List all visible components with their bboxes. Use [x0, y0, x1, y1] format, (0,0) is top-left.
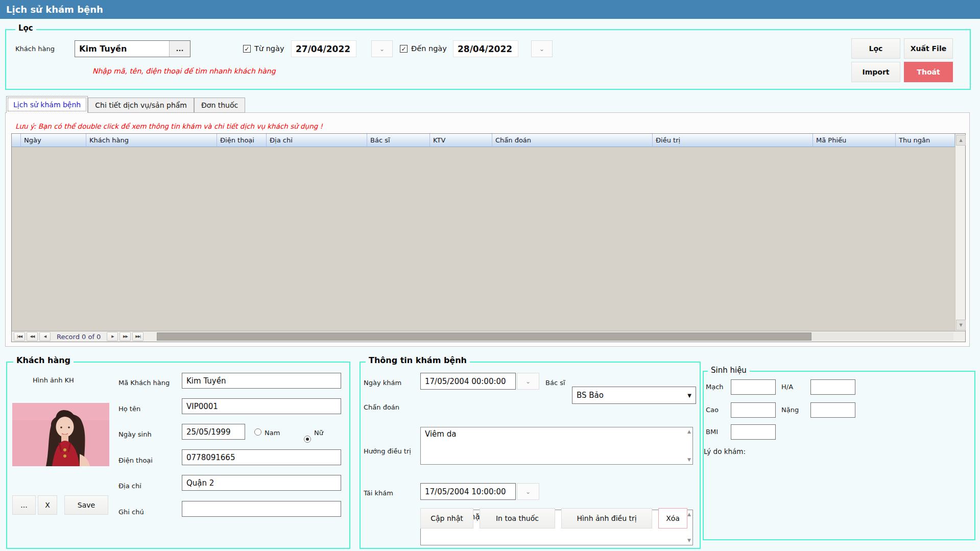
grid-column-header[interactable]	[12, 134, 21, 147]
gender-female-label: Nữ	[314, 429, 323, 437]
customer-dob-input[interactable]: 25/05/1999	[182, 424, 245, 440]
treatment-scroll-down-icon[interactable]: ▼	[687, 538, 691, 543]
filter-group-label: Lọc	[15, 23, 36, 33]
treatment-label: Hướng điều trị	[364, 447, 411, 455]
nav-button[interactable]: |◀◀	[14, 332, 25, 341]
vitals-group-label: Sinh hiệu	[708, 366, 750, 375]
scroll-up-icon[interactable]: ▲	[956, 135, 966, 146]
treatment-scroll-up-icon[interactable]: ▲	[687, 512, 691, 517]
nav-right-buttons: ▶▶▶▶▶|	[107, 332, 145, 341]
customer-note-label: Ghi chú	[118, 508, 144, 516]
treatment-images-button[interactable]: Hình ảnh điều trị	[561, 508, 652, 529]
grid-note: Lưu ý: Bạn có thể double click để xem th…	[15, 122, 323, 130]
exit-button[interactable]: Thoát	[904, 62, 953, 82]
grid-column-header[interactable]: Mã Phiếu	[813, 134, 896, 147]
nav-button[interactable]: ▶▶|	[132, 332, 144, 341]
grid-column-header[interactable]: KTV	[430, 134, 492, 147]
nav-button[interactable]: ▶	[107, 332, 118, 341]
customer-name-input[interactable]: VIP0001	[182, 398, 341, 414]
to-date-label: Đến ngày	[411, 44, 447, 53]
customer-code-label: Mã Khách hàng	[118, 379, 170, 387]
record-count-text: Record 0 of 0	[52, 333, 107, 341]
tab-prescription[interactable]: Đơn thuốc	[194, 98, 245, 113]
tab-exam-history[interactable]: Lịch sử khám bệnh	[6, 96, 88, 113]
grid-header: NgàyKhách hàngĐiện thoạiĐịa chỉBác sĩKTV…	[12, 134, 955, 147]
customer-photo-image	[12, 403, 109, 466]
revisit-date-input[interactable]: 17/05/2004 10:00:00	[420, 483, 516, 500]
grid-column-header[interactable]: Địa chỉ	[267, 134, 367, 147]
grid-column-header[interactable]: Điện thoại	[217, 134, 267, 147]
customer-name-label: Họ tên	[118, 405, 140, 413]
scroll-down-icon[interactable]: ▼	[956, 320, 966, 330]
nav-button[interactable]: ▶▶	[119, 332, 131, 341]
nav-button[interactable]: ◀◀	[27, 332, 38, 341]
to-date-input[interactable]: 28/04/2022	[453, 40, 518, 57]
customer-code-input[interactable]: Kim Tuyền	[182, 373, 341, 389]
weight-input[interactable]	[810, 402, 855, 418]
from-date-dropdown-icon[interactable]: ⌄	[371, 40, 393, 57]
grid-vertical-scrollbar[interactable]: ▲ ▼	[955, 134, 965, 331]
print-prescription-button[interactable]: In toa thuốc	[480, 508, 555, 529]
exam-doctor-label: Bác sĩ	[545, 379, 565, 387]
export-file-button[interactable]: Xuất File	[904, 38, 953, 59]
vitals-groupbox	[703, 371, 975, 540]
grid-horizontal-scrollbar[interactable]	[157, 332, 953, 341]
gender-male-label: Nam	[265, 429, 280, 437]
to-date-dropdown-icon[interactable]: ⌄	[531, 40, 553, 57]
grid-column-header[interactable]: Chẩn đoán	[492, 134, 653, 147]
exam-date-label: Ngày khám	[364, 379, 401, 387]
customer-search-hint: Nhập mã, tên, điện thoại để tìm nhanh kh…	[92, 67, 276, 75]
update-button[interactable]: Cập nhật	[420, 508, 473, 529]
photo-save-button[interactable]: Save	[64, 495, 108, 515]
filter-button[interactable]: Lọc	[851, 38, 900, 59]
diagnosis-textarea[interactable]: Viêm da ▲ ▼	[420, 427, 693, 465]
customer-phone-input[interactable]: 0778091665	[182, 449, 341, 465]
customer-filter-label: Khách hàng	[15, 45, 55, 53]
bmi-label: BMI	[706, 428, 718, 436]
grid-column-header[interactable]: Khách hàng	[86, 134, 217, 147]
grid-column-header[interactable]: Điều trị	[653, 134, 813, 147]
from-date-input[interactable]: 27/04/2022	[291, 40, 356, 57]
customer-browse-icon[interactable]: ...	[169, 41, 190, 57]
grid-column-header[interactable]: Ngày	[21, 134, 86, 147]
grid-column-header[interactable]: Thu ngân	[896, 134, 955, 147]
customer-address-input[interactable]: Quận 2	[182, 475, 341, 491]
bp-input[interactable]	[810, 379, 855, 395]
bp-label: H/A	[781, 383, 793, 391]
import-button[interactable]: Import	[851, 62, 900, 82]
gender-female-radio[interactable]	[304, 436, 311, 443]
pulse-label: Mạch	[706, 383, 724, 391]
from-date-checkbox[interactable]: ✓	[243, 45, 251, 53]
weight-label: Nặng	[781, 406, 799, 414]
doctor-combo-arrow-icon[interactable]: ▼	[687, 393, 691, 398]
diagnosis-scroll-up-icon[interactable]: ▲	[687, 429, 691, 434]
tab-service-detail[interactable]: Chi tiết dịch vụ/sản phẩm	[88, 98, 194, 113]
delete-button[interactable]: Xóa	[658, 508, 687, 529]
revisit-dropdown-icon[interactable]: ⌄	[517, 483, 539, 500]
exam-doctor-combo[interactable]: BS Bảo ▼	[572, 387, 696, 404]
photo-browse-button[interactable]: ...	[12, 495, 36, 515]
window-title: Lịch sử khám bệnh	[6, 4, 103, 15]
height-input[interactable]	[731, 402, 776, 418]
app-window: Lịch sử khám bệnh Lọc Khách hàng Kim Tuy…	[0, 0, 980, 551]
gender-male-radio[interactable]	[254, 428, 261, 436]
diagnosis-scroll-down-icon[interactable]: ▼	[687, 458, 691, 462]
filter-groupbox	[5, 29, 971, 90]
pulse-input[interactable]	[731, 379, 776, 395]
customer-group-label: Khách hàng	[13, 355, 74, 365]
horizontal-scroll-thumb[interactable]	[157, 332, 811, 341]
visit-reason-label: Lý do khám:	[704, 447, 746, 456]
exam-history-grid[interactable]: NgàyKhách hàngĐiện thoạiĐịa chỉBác sĩKTV…	[11, 133, 966, 342]
customer-note-input[interactable]	[182, 501, 341, 517]
exam-date-dropdown-icon[interactable]: ⌄	[517, 373, 539, 390]
revisit-label: Tái khám	[364, 489, 393, 497]
diagnosis-label: Chẩn đoán	[364, 403, 399, 411]
bmi-input[interactable]	[731, 424, 776, 440]
title-bar: Lịch sử khám bệnh	[0, 0, 980, 19]
customer-phone-label: Điện thoại	[118, 457, 153, 464]
photo-clear-button[interactable]: X	[38, 495, 57, 515]
grid-column-header[interactable]: Bác sĩ	[367, 134, 430, 147]
nav-button[interactable]: ◀	[39, 332, 51, 341]
exam-date-input[interactable]: 17/05/2004 00:00:00	[420, 373, 516, 390]
to-date-checkbox[interactable]: ✓	[400, 45, 408, 53]
